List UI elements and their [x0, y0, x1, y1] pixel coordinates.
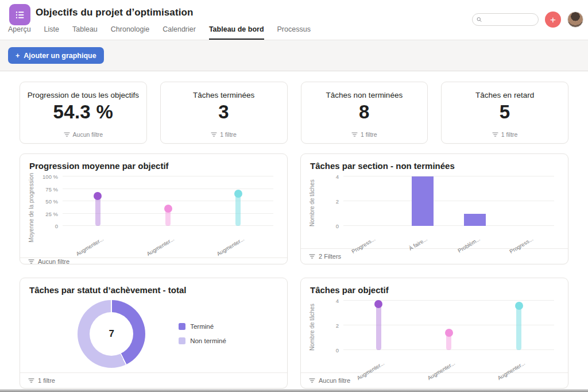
filter-icon [28, 378, 34, 383]
kpi-value: 8 [301, 101, 428, 123]
chart-plot: Nombre de tâches024Progress...À faire...… [301, 171, 568, 248]
create-button[interactable]: + [545, 11, 561, 28]
user-avatar[interactable] [567, 11, 583, 28]
legend-label: Non terminé [190, 337, 226, 344]
chart-card-progression-moyenne: Progression moyenne par objectif Moyenne… [20, 153, 288, 264]
tab-tableau[interactable]: Tableau [72, 25, 98, 40]
plot-area: 024Progress...À faire...Problèm...Progre… [343, 176, 554, 226]
y-tick-label: 2 [336, 322, 339, 329]
tab-liste[interactable]: Liste [44, 25, 59, 40]
search-input[interactable] [485, 16, 534, 23]
chart-card-taches-objectif: Tâches par objectif Nombre de tâches024A… [300, 278, 568, 389]
y-tick-label: 50 % [45, 198, 58, 205]
y-axis-label: Moyenne de la progression [27, 173, 36, 243]
kpi-title: Tâches non terminées [301, 91, 428, 99]
search-box[interactable] [472, 13, 539, 26]
kpi-card-progression: Progression de tous les objectifs 54.3 %… [20, 82, 147, 144]
y-tick-label: 25 % [45, 210, 58, 217]
y-tick-label: 0 [336, 223, 339, 229]
filter-chip[interactable]: 2 Filters [301, 248, 568, 264]
bar[interactable] [412, 176, 434, 226]
add-chart-button[interactable]: + Ajouter un graphique [8, 47, 104, 64]
y-tick-label: 4 [336, 298, 339, 304]
kpi-value: 5 [442, 101, 568, 123]
legend-swatch [179, 337, 185, 344]
tab-chronologie[interactable]: Chronologie [111, 25, 149, 40]
filter-icon [211, 132, 217, 137]
kpi-title: Tâches en retard [442, 91, 568, 99]
chart-card-statut-achevement: Tâches par statut d’achèvement - total 7… [20, 278, 288, 389]
filter-label: 1 filtre [501, 131, 518, 138]
filter-icon [64, 132, 70, 137]
donut-area: 7TerminéNon terminé [27, 295, 277, 372]
tab-processus[interactable]: Processus [277, 25, 311, 40]
filter-icon [351, 132, 358, 137]
donut-hole: 7 [90, 312, 133, 356]
tab-tableau-de-bord[interactable]: Tableau de bord [209, 25, 264, 40]
kpi-title: Tâches terminées [161, 91, 287, 99]
gridline [343, 225, 554, 226]
bar[interactable] [464, 214, 486, 226]
lollipop-point[interactable] [445, 329, 453, 337]
filter-chip[interactable]: 1 filtre [20, 372, 287, 388]
filter-icon [492, 132, 498, 137]
filter-label: 2 Filters [319, 253, 341, 260]
lollipop-point[interactable] [515, 302, 523, 310]
legend-label: Terminé [190, 323, 214, 330]
gridline [343, 176, 554, 176]
kpi-card-retard: Tâches en retard 5 1 filtre [441, 82, 568, 144]
gridline [63, 176, 273, 176]
donut-chart[interactable]: 7 [78, 300, 145, 368]
add-chart-label: Ajouter un graphique [24, 52, 96, 60]
filter-label: Aucun filtre [73, 131, 103, 138]
view-tabs: Aperçu Liste Tableau Chronologie Calendr… [8, 25, 311, 40]
lollipop-point[interactable] [234, 190, 242, 198]
tab-apercu[interactable]: Aperçu [8, 25, 31, 40]
lollipop-stem [235, 194, 241, 226]
filter-chip[interactable]: 1 filtre [442, 131, 568, 138]
chart-card-taches-section: Tâches par section - non terminées Nombr… [300, 153, 568, 264]
filter-chip[interactable]: 1 filtre [301, 131, 428, 138]
lollipop-point[interactable] [94, 192, 102, 200]
y-axis-label: Nombre de tâches [308, 297, 317, 358]
lollipop-stem [516, 306, 521, 350]
app-window: Objectifs du projet d’optimisation Aperç… [0, 0, 588, 392]
x-tick-label: Augmenter... [215, 236, 245, 257]
chart-plot: Moyenne de la progression025 %50 %75 %10… [20, 171, 287, 258]
chart-title: Tâches par statut d’achèvement - total [20, 278, 287, 295]
filter-chip[interactable]: 1 filtre [161, 131, 287, 138]
project-icon[interactable] [9, 4, 30, 25]
legend-swatch [179, 323, 185, 330]
filter-chip[interactable]: Aucun filtre [20, 258, 287, 265]
y-tick-label: 100 % [42, 174, 58, 180]
x-tick-label: Augmenter... [145, 236, 175, 257]
filter-label: 1 filtre [361, 131, 377, 138]
legend-item[interactable]: Non terminé [179, 337, 226, 344]
filter-label: Aucun filtre [319, 377, 350, 384]
y-axis-label: Nombre de tâches [308, 173, 317, 233]
filter-icon [309, 378, 315, 383]
y-tick-label: 0 [336, 347, 339, 353]
plot-area: 025 %50 %75 %100 %Augmenter...Augmenter.… [63, 176, 273, 226]
tab-calendrier[interactable]: Calendrier [163, 25, 196, 40]
lollipop-point[interactable] [374, 300, 382, 308]
filter-chip[interactable]: Aucun filtre [20, 131, 146, 138]
chart-plot: 7TerminéNon terminé [20, 295, 287, 372]
list-icon [14, 9, 26, 21]
chart-title: Progression moyenne par objectif [20, 154, 287, 171]
gridline [63, 189, 273, 189]
y-tick-label: 0 [55, 223, 58, 229]
chart-title: Tâches par objectif [301, 278, 568, 295]
filter-label: Aucun filtre [38, 258, 69, 265]
legend-item[interactable]: Terminé [179, 323, 226, 330]
kpi-value: 3 [161, 101, 287, 123]
kpi-card-terminees: Tâches terminées 3 1 filtre [160, 82, 288, 144]
lollipop-point[interactable] [164, 205, 172, 213]
lollipop-stem [376, 304, 381, 350]
donut-center-value: 7 [109, 328, 114, 340]
lollipop-stem [95, 196, 100, 226]
gridline [343, 325, 554, 325]
project-header: Objectifs du projet d’optimisation Aperç… [0, 0, 588, 40]
dashboard-content: Progression de tous les objectifs 54.3 %… [0, 71, 588, 389]
filter-label: 1 filtre [220, 131, 237, 138]
